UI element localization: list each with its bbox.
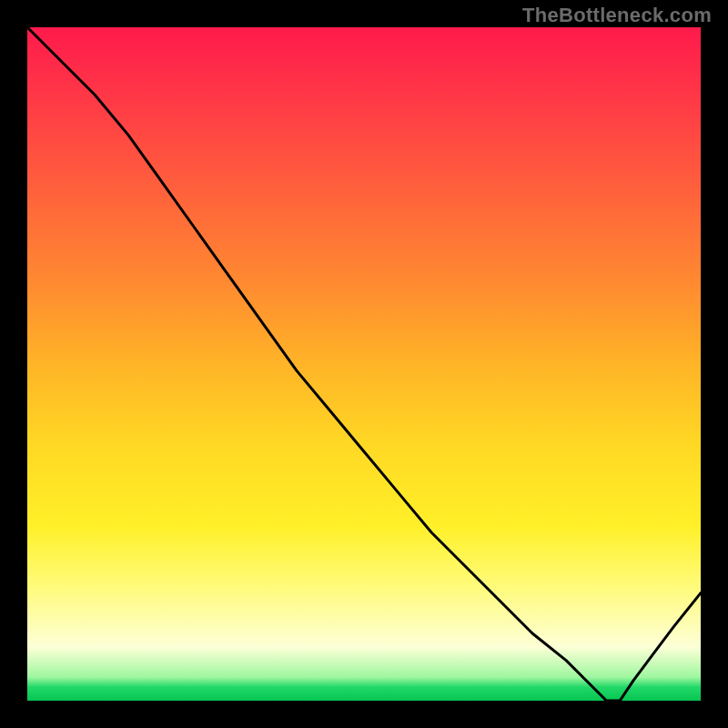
- bottleneck-curve: [27, 27, 701, 701]
- attribution-text: TheBottleneck.com: [522, 4, 712, 27]
- plot-area: [27, 27, 701, 701]
- curve-path: [27, 27, 701, 701]
- chart-stage: TheBottleneck.com: [0, 0, 728, 728]
